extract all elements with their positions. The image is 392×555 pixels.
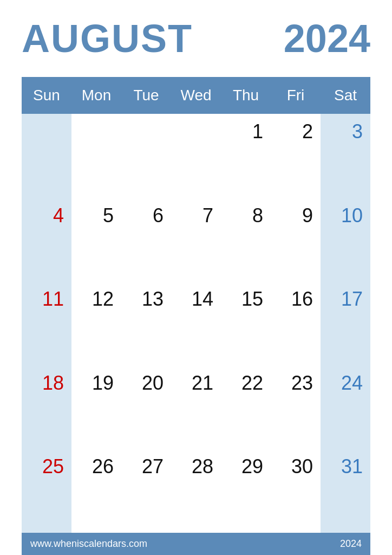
weekday-header-mon: Mon [71,77,121,114]
day-cell: 20 [121,365,171,449]
day-cell: 2 [271,114,321,198]
week-row-0: 123 [22,114,370,198]
year-title: 2024 [284,16,370,61]
day-cell: 6 [121,198,171,282]
footer-year: 2024 [340,538,362,550]
day-cell: 29 [221,449,271,533]
day-cell: 16 [271,281,321,365]
day-cell [121,114,171,198]
day-cell: 8 [221,198,271,282]
calendar-header: AUGUST 2024 [22,16,370,61]
day-cell: 14 [171,281,221,365]
day-cell: 13 [121,281,171,365]
day-cell [71,114,121,198]
day-cell: 7 [171,198,221,282]
day-cell: 27 [121,449,171,533]
day-cell: 26 [71,449,121,533]
day-cell: 21 [171,365,221,449]
day-cell: 22 [221,365,271,449]
day-cell: 17 [321,281,370,365]
day-cell: 5 [71,198,121,282]
weekday-header-sat: Sat [321,77,370,114]
weekday-header-row: SunMonTueWedThuFriSat [22,77,370,114]
footer-url: www.wheniscalendars.com [30,538,147,550]
month-title: AUGUST [22,16,193,61]
day-cell: 30 [271,449,321,533]
day-cell: 10 [321,198,370,282]
day-cell: 3 [321,114,370,198]
calendar-table: SunMonTueWedThuFriSat 123456789101112131… [22,77,370,533]
weekday-header-thu: Thu [221,77,271,114]
week-row-4: 25262728293031 [22,449,370,533]
day-cell: 1 [221,114,271,198]
day-cell [171,114,221,198]
weekday-header-fri: Fri [271,77,321,114]
week-row-1: 45678910 [22,198,370,282]
weekday-header-sun: Sun [22,77,71,114]
calendar-wrapper: SunMonTueWedThuFriSat 123456789101112131… [22,77,370,533]
day-cell: 9 [271,198,321,282]
day-cell: 11 [22,281,71,365]
day-cell: 15 [221,281,271,365]
weekday-header-tue: Tue [121,77,171,114]
calendar-footer: www.wheniscalendars.com 2024 [22,533,370,555]
day-cell: 12 [71,281,121,365]
day-cell: 18 [22,365,71,449]
day-cell: 31 [321,449,370,533]
day-cell [22,114,71,198]
calendar-page: AUGUST 2024 SunMonTueWedThuFriSat 123456… [0,0,392,555]
week-row-3: 18192021222324 [22,365,370,449]
week-row-2: 11121314151617 [22,281,370,365]
weekday-header-wed: Wed [171,77,221,114]
day-cell: 24 [321,365,370,449]
day-cell: 4 [22,198,71,282]
day-cell: 23 [271,365,321,449]
day-cell: 19 [71,365,121,449]
day-cell: 28 [171,449,221,533]
day-cell: 25 [22,449,71,533]
